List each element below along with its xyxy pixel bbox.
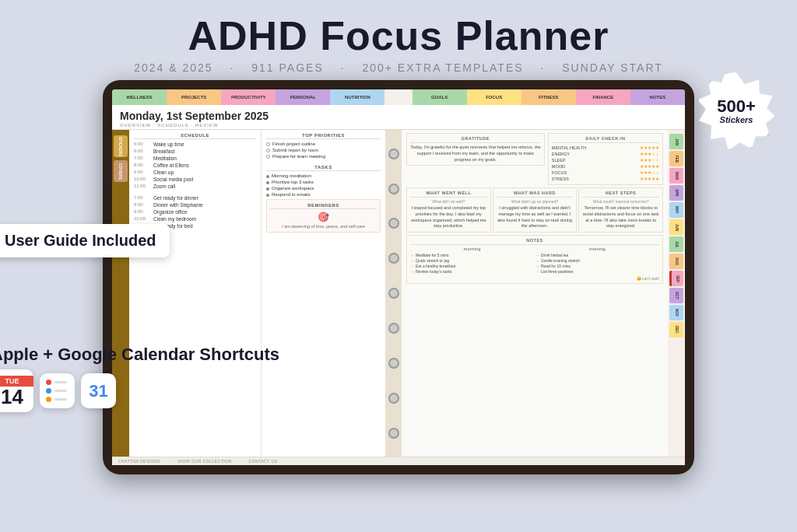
footer-link-1[interactable]: CHATTAN DESIGNS	[118, 459, 160, 464]
right-tab-apr[interactable]: APR	[669, 185, 683, 201]
stickers-number: 500+	[717, 98, 756, 115]
schedule-item-10: 9:00Organize office	[134, 209, 256, 215]
morning-note-3: →Eat a healthy breakfast	[410, 264, 534, 268]
right-tab-jun[interactable]: JUN	[669, 219, 683, 235]
tab-strip: WELLNESS PROJECTS PRODUCTIVITY PERSONAL …	[112, 89, 685, 105]
reminder-line-3	[46, 397, 67, 402]
right-tab-jan[interactable]: JAN	[669, 134, 683, 149]
right-tab-may[interactable]: MAY	[669, 202, 683, 218]
reflection-row: WHAT WENT WELL What did I do well? I sta…	[406, 187, 663, 233]
tab-fitness[interactable]: FITNESS	[521, 89, 576, 105]
reminder-dot-red	[46, 380, 51, 385]
schedule-item-4: 8:00Coffee at Ellens	[134, 163, 256, 168]
tab-finance[interactable]: FINANCE	[576, 89, 630, 105]
footer-link-3[interactable]: CONTACT US	[248, 459, 277, 464]
ring-2	[388, 184, 399, 194]
right-tab-jul[interactable]: JUL	[669, 236, 683, 252]
what-went-well-sub: What did I do well?	[410, 199, 487, 204]
what-was-hard-text: I struggled with distractions and didn't…	[497, 205, 574, 229]
schedule-item-2: 6:00Breakfast	[134, 149, 256, 154]
task-dot-4	[266, 194, 269, 197]
left-tab-stickers[interactable]: STICKERS	[114, 135, 128, 157]
evening-note-4: →List three positives	[535, 269, 659, 274]
tasks-list: Morning meditation Prioritize top 3 task…	[266, 173, 381, 197]
priority-1: Finish project outline	[266, 142, 381, 146]
right-tab-oct[interactable]: OCT	[669, 288, 683, 303]
right-column: GRATITUDE Today, I'm grateful for the qu…	[402, 130, 668, 457]
calendar-shortcuts-badge: Apple + Google Calendar Shortcuts TUE 14	[0, 345, 279, 412]
ring-1	[388, 149, 399, 159]
schedule-item-6: 10:00Social media post	[134, 177, 256, 182]
morning-note-2: →Quick stretch or jog	[410, 258, 534, 263]
tab-notes[interactable]: NOTES	[630, 89, 685, 105]
checkin-sleep: SLEEP★★★☆☆	[552, 157, 659, 163]
ring-4	[388, 253, 399, 264]
task-4: Respond to emails	[266, 192, 381, 197]
footer: CHATTAN DESIGNS · SHOP OUR COLLECTION · …	[112, 457, 685, 465]
tab-focus[interactable]: FOCUS	[467, 89, 521, 105]
checkin-section: DAILY CHECK-IN MENTAL HEALTH★★★★★ ENERGY…	[548, 133, 663, 185]
stickers-label: Stickers	[720, 115, 753, 124]
tab-personal[interactable]: PERSONAL	[276, 89, 330, 105]
what-was-hard-title: WHAT WAS HARD	[497, 191, 574, 198]
rings	[386, 130, 402, 457]
priority-2: Submit report by noon	[266, 148, 381, 152]
tablet-frame: WELLNESS PROJECTS PRODUCTIVITY PERSONAL …	[103, 80, 694, 474]
next-steps-panel: NEXT STEPS What could I improve tomorrow…	[578, 187, 663, 233]
checkin-mood: MOOD★★★★★	[552, 163, 659, 169]
tab-nutrition[interactable]: NUTRITION	[330, 89, 384, 105]
right-tab-feb[interactable]: FEB	[669, 151, 683, 166]
right-tab-dec[interactable]: DEC	[669, 322, 683, 338]
ring-3	[388, 218, 399, 229]
header: ADHD Focus Planner 2024 & 2025 · 911 PAG…	[0, 0, 797, 80]
schedule-item-9: 8:00Dinner with Stephanie	[134, 202, 256, 208]
right-tab-nov[interactable]: NOV	[669, 305, 683, 320]
notes-extra: can't wait!	[642, 276, 659, 281]
schedule-item-11: 10:00Clean my bedroom	[134, 216, 256, 222]
subtitle: 2024 & 2025 · 911 PAGES · 200+ EXTRA TEM…	[0, 61, 797, 74]
left-tab-covers[interactable]: COVERS	[114, 160, 128, 182]
ring-9	[388, 428, 399, 439]
tab-projects[interactable]: PROJECTS	[167, 89, 221, 105]
tab-wellness[interactable]: WELLNESS	[112, 89, 167, 105]
checkin-title: DAILY CHECK-IN	[552, 136, 659, 143]
apple-calendar-icon: TUE 14	[0, 369, 33, 412]
notes-panel: NOTES morning →Meditate for 5 mins →Quic…	[406, 235, 663, 284]
schedule-item-1: 5:00Wake up time	[134, 142, 256, 147]
task-dot-1	[266, 175, 269, 178]
reminder-bar-3	[54, 398, 67, 401]
ring-8	[388, 393, 399, 404]
mid-column: TOP PRIORITIES Finish project outline Su…	[262, 130, 386, 457]
right-tab-mar[interactable]: MAR	[669, 168, 683, 184]
user-guide-badge: User Guide Included	[0, 224, 170, 257]
morning-notes: morning →Meditate for 5 mins →Quick stre…	[410, 247, 534, 275]
subtitle-part-1: 2024 & 2025	[134, 61, 212, 74]
priorities-list: Finish project outline Submit report by …	[266, 142, 381, 159]
task-3: Organize workspace	[266, 186, 381, 191]
checkin-list: MENTAL HEALTH★★★★★ ENERGY★★★☆☆ SLEEP★★★☆…	[552, 145, 659, 181]
what-went-well-title: WHAT WENT WELL	[410, 191, 487, 198]
tab-goals[interactable]: GOALS	[413, 89, 467, 105]
reminders-text: I am deserving of love, peace, and self-…	[270, 224, 377, 229]
next-steps-sub: What could I improve tomorrow?	[582, 199, 659, 204]
priority-dot-2	[266, 149, 270, 152]
what-went-well-panel: WHAT WENT WELL What did I do well? I sta…	[406, 187, 491, 233]
tab-productivity[interactable]: PRODUCTIVITY	[221, 89, 276, 105]
right-tab-sep[interactable]: SEP	[669, 271, 683, 286]
footer-link-2[interactable]: SHOP OUR COLLECTION	[177, 459, 231, 464]
user-guide-text: User Guide Included	[5, 232, 156, 249]
planner-date: Monday, 1st September 2025	[120, 110, 677, 122]
what-went-well-text: I stayed focused and completed my top pr…	[410, 205, 487, 229]
subtitle-part-2: 911 PAGES	[251, 61, 323, 74]
reminders-header: REMINDERS	[270, 203, 377, 209]
task-2: Prioritize top 3 tasks	[266, 180, 381, 184]
right-tab-aug[interactable]: AUG	[669, 254, 683, 269]
morning-note-4: →Review today's tasks	[410, 269, 534, 274]
evening-note-1: →Drink herbal tea	[535, 253, 659, 257]
ring-5	[388, 288, 399, 299]
checkin-panel: DAILY CHECK-IN MENTAL HEALTH★★★★★ ENERGY…	[548, 133, 663, 185]
reminder-bar-1	[54, 381, 67, 383]
schedule-item-5: 9:00Clean up	[134, 170, 256, 175]
task-1: Morning meditation	[266, 173, 381, 178]
schedule-list: 5:00Wake up time 6:00Breakfast 7:00Medit…	[134, 142, 256, 229]
